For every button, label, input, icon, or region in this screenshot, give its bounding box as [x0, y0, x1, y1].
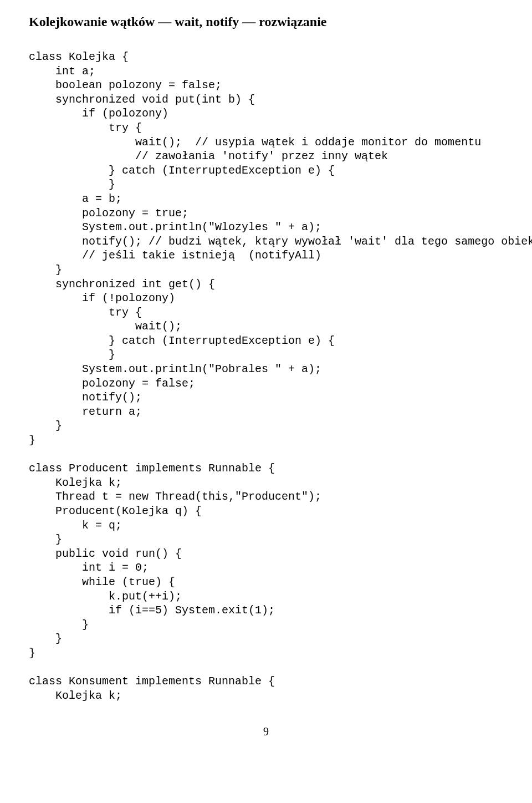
- code-block: class Kolejka { int a; boolean polozony …: [29, 50, 503, 703]
- section-heading: Kolejkowanie wątków — wait, notify — roz…: [29, 13, 503, 30]
- page: Kolejkowanie wątków — wait, notify — roz…: [0, 0, 532, 759]
- page-number: 9: [29, 726, 503, 737]
